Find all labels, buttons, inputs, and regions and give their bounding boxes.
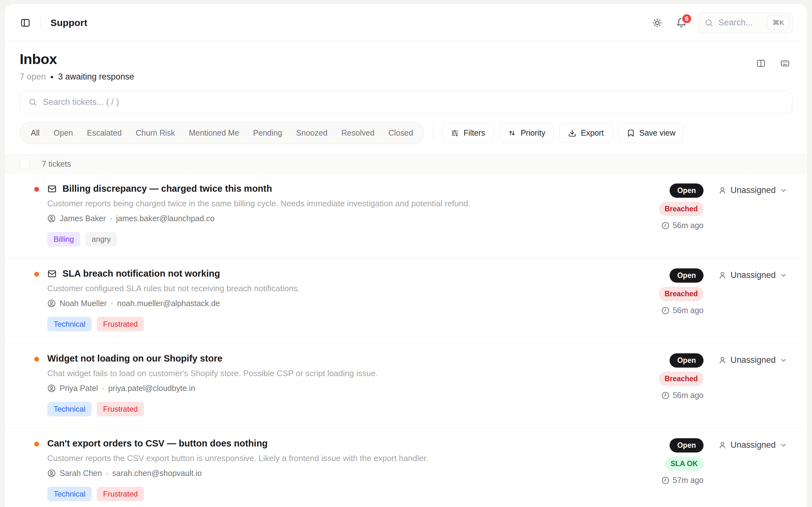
ticket-time: 56m ago [673, 306, 704, 315]
ticket-row[interactable]: Can't export orders to CSV — button does… [5, 428, 807, 507]
toolbar-actions: Filters Priority Export Save view [442, 123, 684, 143]
chevron-down-icon [780, 441, 787, 449]
sun-icon [652, 18, 662, 28]
clock-icon [661, 306, 670, 315]
sidebar-toggle-button[interactable] [18, 15, 33, 31]
search-icon [705, 18, 713, 27]
ticket-row[interactable]: Widget not loading on our Shopify store … [5, 343, 807, 428]
meta-separator: · [102, 384, 104, 393]
ticket-title: Can't export orders to CSV — button does… [47, 438, 268, 449]
tag[interactable]: Billing [47, 232, 80, 246]
priority-dot [34, 357, 39, 361]
panel-left-icon [20, 18, 31, 28]
meta-separator: · [110, 214, 112, 223]
ticket-search-input[interactable]: Search tickets... ( / ) [20, 91, 792, 113]
priority-dot [34, 187, 39, 192]
requester-email: priya.patel@cloudbyte.in [108, 384, 195, 393]
chevron-down-icon [780, 356, 787, 364]
ticket-time: 56m ago [673, 391, 704, 400]
tab-mentioned-me[interactable]: Mentioned Me [182, 124, 246, 141]
assignee-name: Unassigned [730, 270, 776, 280]
ticket-list: Billing discrepancy — charged twice this… [5, 173, 807, 507]
assignee-dropdown[interactable]: Unassigned [718, 355, 788, 365]
tag[interactable]: Frustrated [97, 317, 144, 331]
assignee-dropdown[interactable]: Unassigned [718, 185, 788, 195]
tab-escalated[interactable]: Escalated [80, 124, 129, 141]
app-title: Support [50, 17, 87, 28]
tab-pending[interactable]: Pending [246, 124, 289, 141]
tag[interactable]: Technical [47, 317, 92, 331]
meta-separator: · [106, 469, 108, 478]
status-badge: Open [670, 268, 704, 283]
requester-email: james.baker@launchpad.co [116, 214, 214, 223]
save-view-button[interactable]: Save view [618, 123, 684, 143]
tag[interactable]: Frustrated [97, 487, 144, 501]
tag[interactable]: Technical [47, 402, 92, 416]
download-icon [568, 129, 576, 137]
theme-toggle-button[interactable] [650, 15, 665, 31]
status-badge: Open [670, 353, 704, 368]
tag[interactable]: Technical [47, 487, 92, 501]
ticket-row[interactable]: Billing discrepancy — charged twice this… [5, 173, 807, 258]
chevron-down-icon [780, 187, 787, 194]
ticket-tags: TechnicalFrustrated [47, 317, 656, 331]
keyboard-shortcuts-button[interactable] [778, 56, 792, 71]
header-divider [41, 17, 41, 29]
unread-mail-icon [47, 269, 57, 279]
page-head: Inbox 7 open ● 3 awaiting response [5, 42, 807, 82]
search-icon [28, 98, 37, 107]
clock-icon [661, 391, 670, 400]
assignee-dropdown[interactable]: Unassigned [718, 270, 788, 280]
ticket-description: Customer configured SLA rules but not re… [47, 284, 656, 293]
priority-dot [34, 272, 39, 277]
ticket-description: Chat widget fails to load on customer's … [47, 369, 656, 378]
search-shortcut-badge: ⌘K [768, 16, 789, 30]
priority-dot [34, 442, 39, 447]
assignee-name: Unassigned [730, 440, 776, 450]
user-circle-icon [47, 299, 56, 308]
ticket-title: Billing discrepancy — charged twice this… [62, 183, 272, 194]
tab-all[interactable]: All [24, 124, 47, 141]
ticket-row[interactable]: SLA breach notification not working Cust… [5, 258, 807, 343]
sla-badge: Breached [659, 202, 704, 216]
filters-button-label: Filters [463, 128, 485, 137]
split-view-button[interactable] [754, 56, 768, 71]
user-circle-icon [47, 469, 56, 477]
tab-open[interactable]: Open [47, 124, 80, 141]
ticket-title: Widget not loading on our Shopify store [47, 353, 222, 364]
tab-snoozed[interactable]: Snoozed [289, 124, 335, 141]
tab-churn-risk[interactable]: Churn Risk [129, 124, 182, 141]
subtitle-separator-dot: ● [50, 74, 54, 80]
assignee-dropdown[interactable]: Unassigned [718, 440, 788, 450]
status-badge: Open [670, 438, 704, 452]
select-all-bar: 7 tickets [5, 154, 807, 173]
status-badge: Open [670, 183, 704, 198]
user-icon [718, 271, 727, 279]
tag[interactable]: angry [85, 232, 117, 246]
select-all-checkbox[interactable] [20, 159, 30, 169]
sliders-icon [451, 129, 459, 137]
ticket-tags: TechnicalFrustrated [47, 402, 656, 416]
requester-name: James Baker [60, 214, 106, 223]
ticket-description: Customer reports being charged twice in … [47, 199, 656, 209]
tag[interactable]: Frustrated [97, 402, 144, 416]
notifications-button[interactable]: 6 [674, 15, 689, 31]
user-icon [718, 356, 727, 364]
export-button-label: Export [581, 128, 604, 137]
global-search-placeholder: Search... [718, 18, 763, 27]
global-search[interactable]: Search... ⌘K [698, 13, 793, 33]
assignee-name: Unassigned [730, 355, 776, 365]
priority-sort-button[interactable]: Priority [499, 123, 554, 143]
export-button[interactable]: Export [560, 123, 612, 143]
user-icon [718, 186, 727, 194]
user-circle-icon [47, 214, 56, 223]
tab-resolved[interactable]: Resolved [334, 124, 381, 141]
tab-closed[interactable]: Closed [382, 124, 420, 141]
priority-button-label: Priority [520, 128, 545, 137]
bookmark-icon [627, 129, 635, 137]
assignee-name: Unassigned [730, 185, 776, 195]
requester-name: Noah Mueller [60, 299, 107, 308]
filters-button[interactable]: Filters [442, 123, 494, 143]
awaiting-count: 3 awaiting response [58, 72, 134, 82]
ticket-tags: Billingangry [47, 232, 656, 246]
